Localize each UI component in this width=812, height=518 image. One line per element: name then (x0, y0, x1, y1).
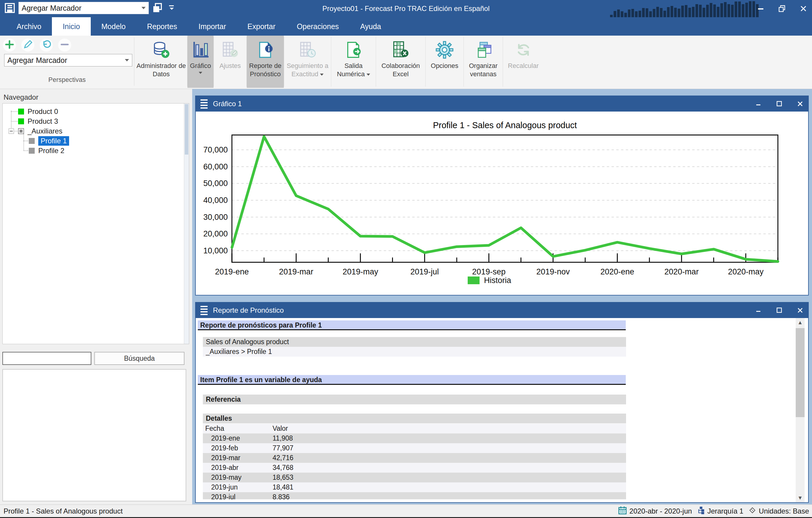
units-icon (748, 506, 757, 516)
navigator-panel: Navegador Product 0Product 3_AuxiliaresP… (0, 89, 192, 505)
tree-item-label: Product 0 (28, 107, 58, 116)
tree-connector (11, 111, 18, 112)
save-icon[interactable] (4, 2, 16, 14)
hierarchy-icon (697, 506, 705, 516)
numeric-output-icon (344, 40, 363, 59)
ribbon-button-organizar-ventanas[interactable]: Organizar ventanas (464, 36, 503, 88)
window-controls (756, 0, 808, 17)
remove-button[interactable] (58, 38, 71, 52)
report-row-date: 2019-ene (211, 433, 240, 443)
tab-ayuda[interactable]: Ayuda (350, 17, 392, 36)
ribbon-button-colaboracion-excel[interactable]: Colaboración Excel (376, 36, 425, 88)
ribbon-button-reporte-de-pronostico[interactable]: Reporte de Pronóstico (247, 36, 284, 88)
collapse-icon[interactable] (9, 128, 14, 134)
perspectives-group-label: Perspectivas (0, 76, 134, 84)
tree-item-profile-1[interactable]: Profile 1 (29, 136, 69, 146)
tab-modelo[interactable]: Modelo (91, 17, 137, 36)
scroll-up-icon[interactable]: ▲ (796, 318, 805, 327)
report-row-value: 8,836 (272, 492, 290, 499)
maximize-button[interactable] (775, 99, 784, 108)
status-item-label: 2020-abr - 2020-jun (629, 507, 692, 515)
close-button[interactable] (796, 306, 805, 315)
svg-text:20,000: 20,000 (203, 229, 228, 238)
decorative-sparkline (610, 0, 759, 17)
tab-exportar[interactable]: Exportar (237, 17, 286, 36)
minimize-button[interactable] (754, 306, 763, 315)
tree-connector (23, 141, 28, 141)
minimize-button[interactable] (756, 4, 765, 13)
report-window: Reporte de Pronóstico Reporte de pronóst… (195, 302, 809, 503)
ribbon-button-label: Opciones (431, 62, 459, 70)
report-scrollbar[interactable]: ▲ ▼ (796, 318, 805, 502)
report-content: Reporte de pronósticos para Profile 1 Sa… (196, 318, 808, 502)
ribbon: Agregar Marcador Perspectivas Administra… (0, 36, 812, 89)
tree-scrollbar[interactable] (184, 104, 189, 344)
search-button[interactable]: Búsqueda (94, 352, 184, 365)
gear-icon (435, 40, 454, 59)
close-button[interactable] (799, 4, 808, 13)
report-window-titlebar[interactable]: Reporte de Pronóstico (196, 303, 808, 318)
tab-reportes[interactable]: Reportes (137, 17, 188, 36)
edit-button[interactable] (21, 38, 34, 52)
undo-icon (41, 40, 51, 51)
undo-button[interactable] (40, 38, 53, 52)
report-row-date: 2019-jun (211, 482, 238, 492)
qat-customize-icon[interactable] (166, 2, 177, 14)
tree-item-label: Product 3 (28, 117, 58, 125)
bookmark-combo[interactable]: Agregar Marcador (19, 2, 149, 14)
ribbon-button-label: Ajustes (220, 62, 241, 70)
chevron-down-icon (125, 59, 129, 61)
svg-text:2019-sep: 2019-sep (472, 267, 506, 276)
window-menu-icon[interactable] (201, 306, 208, 315)
tab-operaciones[interactable]: Operaciones (286, 17, 350, 36)
ribbon-button-recalcular: Recalcular (503, 36, 544, 88)
report-table-row: 2019-ene11,908 (203, 433, 626, 443)
bar-chart-icon (191, 40, 210, 59)
tree-item-product-3[interactable]: Product 3 (18, 116, 58, 126)
ribbon-button-grafico[interactable]: Gráfico (187, 36, 213, 88)
chart-window-titlebar[interactable]: Gráfico 1 (196, 96, 808, 112)
tab-importar[interactable]: Importar (188, 17, 237, 36)
ribbon-button-administrador-de-datos[interactable]: Administrador de Datos (135, 36, 187, 88)
report-scrollbar-thumb[interactable] (796, 328, 805, 417)
report-window-title: Reporte de Pronóstico (213, 306, 284, 315)
mdi-workspace: Gráfico 1 Profile 1 - Sales of Analogous… (192, 89, 812, 505)
green-square-icon (18, 118, 24, 124)
svg-text:2020-ene: 2020-ene (600, 267, 634, 276)
close-button[interactable] (796, 99, 805, 108)
ribbon-button-label: Recalcular (508, 62, 539, 70)
maximize-button[interactable] (775, 306, 784, 315)
tree-item-product-0[interactable]: Product 0 (18, 107, 58, 116)
status-item-label: Jerarquía 1 (707, 507, 743, 515)
perspectives-combo-value: Agregar Marcador (7, 56, 125, 65)
svg-text:Profile 1 - Sales of Analogous: Profile 1 - Sales of Analogous product (433, 120, 577, 130)
restore-button[interactable] (778, 4, 786, 13)
results-listbox[interactable] (2, 369, 186, 501)
window-menu-icon[interactable] (201, 99, 208, 109)
svg-text:70,000: 70,000 (203, 145, 228, 154)
search-input[interactable] (2, 352, 91, 365)
windows-icon (474, 40, 493, 59)
perspectives-group: Agregar Marcador Perspectivas (0, 36, 134, 89)
add-button[interactable] (3, 38, 16, 52)
minimize-button[interactable] (754, 99, 763, 108)
svg-text:2019-nov: 2019-nov (536, 267, 570, 276)
tab-inicio[interactable]: Inicio (52, 17, 90, 36)
tab-archivo[interactable]: Archivo (6, 17, 52, 36)
tree-connector (23, 133, 24, 151)
chevron-down-icon (142, 7, 146, 9)
perspectives-combo[interactable]: Agregar Marcador (4, 54, 132, 66)
status-item-hierarchy: Jerarquía 1 (697, 506, 743, 516)
ribbon-button-salida-numerica[interactable]: Salida Numérica (331, 36, 376, 88)
scroll-down-icon[interactable]: ▼ (796, 493, 805, 502)
chevron-down-icon (320, 74, 324, 76)
layers-icon[interactable] (152, 2, 163, 14)
ribbon-button-label: Colaboración Excel (376, 62, 425, 78)
navigator-tree: Product 0Product 3_AuxiliaresProfile 1Pr… (2, 103, 189, 344)
svg-text:2019-jul: 2019-jul (410, 267, 439, 276)
ribbon-button-opciones[interactable]: Opciones (426, 36, 464, 88)
tree-scrollbar-thumb[interactable] (185, 104, 188, 154)
chart-canvas: Profile 1 - Sales of Analogous product10… (196, 112, 808, 295)
tree-item--auxiliares[interactable]: _Auxiliares (9, 126, 62, 136)
tree-item-profile-2[interactable]: Profile 2 (29, 146, 64, 155)
